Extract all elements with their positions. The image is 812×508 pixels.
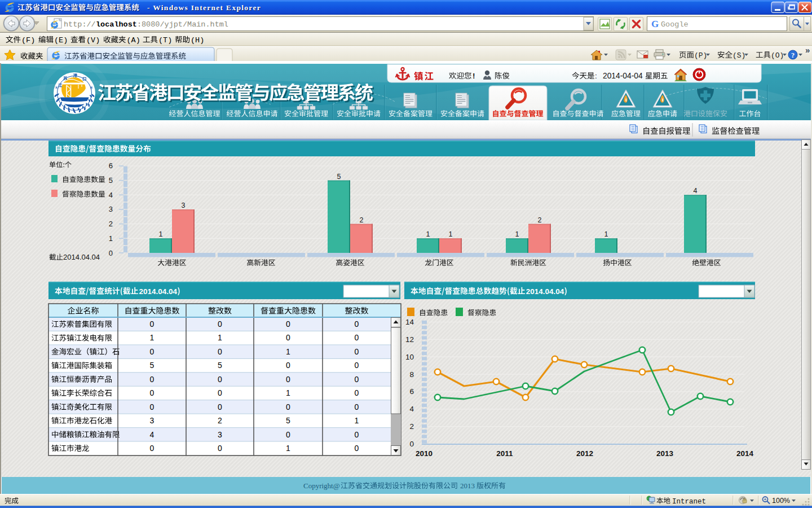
- svg-text:2: 2: [409, 422, 414, 431]
- svg-text:3: 3: [218, 430, 222, 439]
- svg-text:0: 0: [355, 444, 359, 453]
- svg-text:5: 5: [337, 173, 341, 181]
- svg-text:0: 0: [218, 444, 222, 453]
- svg-text:1: 1: [159, 230, 163, 238]
- svg-text:2014-04-04: 2014-04-04: [603, 72, 643, 80]
- svg-text:!: !: [473, 72, 475, 80]
- svg-text:2014.04.04: 2014.04.04: [63, 253, 100, 261]
- svg-text:2: 2: [538, 216, 542, 224]
- svg-text::: :: [595, 72, 597, 80]
- svg-text:1: 1: [286, 444, 290, 453]
- svg-text:(T): (T): [158, 36, 172, 45]
- svg-text:0: 0: [218, 388, 222, 397]
- svg-text:✳: ✳: [55, 85, 59, 90]
- svg-text:0: 0: [218, 319, 222, 329]
- svg-text:0: 0: [286, 375, 290, 384]
- svg-text:2014: 2014: [736, 449, 754, 458]
- svg-text:2014.04.04: 2014.04.04: [526, 287, 564, 296]
- svg-text:1: 1: [449, 230, 453, 238]
- svg-text:2014.04.04: 2014.04.04: [139, 287, 177, 296]
- svg-text:(V): (V): [86, 36, 100, 45]
- svg-text:4: 4: [694, 187, 698, 195]
- svg-text:0: 0: [286, 333, 290, 342]
- svg-text:0: 0: [150, 319, 155, 329]
- svg-text:(A): (A): [127, 36, 140, 45]
- svg-text:2010: 2010: [416, 449, 433, 458]
- svg-text:1: 1: [286, 388, 290, 397]
- svg-text:0: 0: [150, 347, 155, 356]
- svg-text:5: 5: [218, 361, 222, 370]
- svg-text:5: 5: [150, 361, 155, 370]
- svg-text:12: 12: [405, 335, 414, 344]
- svg-text:Intranet: Intranet: [672, 498, 706, 506]
- svg-text:0: 0: [218, 347, 222, 356]
- svg-text:5: 5: [109, 176, 113, 185]
- svg-text:(P): (P): [694, 51, 707, 60]
- svg-text:6: 6: [109, 161, 113, 170]
- svg-text:0: 0: [355, 333, 359, 342]
- svg-text:0: 0: [355, 402, 359, 411]
- svg-text:0: 0: [355, 319, 359, 329]
- svg-text:0: 0: [286, 430, 290, 439]
- svg-text:0: 0: [355, 361, 359, 370]
- svg-text:0: 0: [286, 361, 290, 370]
- svg-text:G: G: [651, 19, 659, 29]
- svg-text:5: 5: [286, 416, 290, 425]
- svg-text:Copyright@: Copyright@: [303, 481, 340, 490]
- svg-text:0: 0: [218, 402, 222, 411]
- svg-text:(F): (F): [21, 36, 35, 45]
- svg-text:1: 1: [355, 416, 359, 425]
- svg-text:✳: ✳: [90, 85, 94, 90]
- svg-text:0: 0: [150, 402, 155, 411]
- svg-text:3: 3: [109, 205, 113, 213]
- svg-text:1: 1: [218, 333, 222, 342]
- svg-text:2013: 2013: [656, 449, 674, 458]
- svg-text:0: 0: [355, 347, 359, 356]
- svg-text:1: 1: [150, 333, 155, 342]
- svg-text:0: 0: [109, 249, 113, 257]
- svg-text:localhost:8080/yjpt/Main.html: localhost:8080/yjpt/Main.html: [96, 20, 228, 29]
- svg-text:2013: 2013: [460, 481, 475, 490]
- svg-text:4: 4: [150, 430, 155, 439]
- svg-text:0: 0: [150, 388, 155, 397]
- svg-text:(S): (S): [732, 51, 745, 60]
- svg-text:8: 8: [409, 370, 414, 379]
- svg-text:2: 2: [360, 216, 364, 224]
- svg-text:2012: 2012: [576, 449, 593, 458]
- svg-text:0: 0: [355, 430, 359, 439]
- svg-text:6: 6: [409, 387, 414, 396]
- svg-text:(O): (O): [771, 51, 784, 60]
- svg-text:14: 14: [405, 318, 414, 326]
- svg-text:0: 0: [286, 319, 290, 329]
- svg-text:(H): (H): [191, 36, 204, 45]
- svg-text:4: 4: [409, 405, 414, 413]
- svg-text:2: 2: [109, 220, 113, 228]
- svg-text:- Windows Internet Explorer: - Windows Internet Explorer: [147, 3, 261, 12]
- svg-text:1: 1: [109, 234, 113, 243]
- svg-text:0: 0: [355, 388, 359, 397]
- svg-text:0: 0: [150, 375, 155, 384]
- svg-text:2: 2: [218, 416, 222, 425]
- svg-text:3: 3: [150, 416, 155, 425]
- svg-text:0: 0: [409, 440, 414, 448]
- svg-text:http://: http://: [64, 20, 96, 29]
- svg-text:100%: 100%: [772, 497, 790, 505]
- svg-text:2011: 2011: [496, 449, 513, 458]
- svg-text:1: 1: [515, 230, 519, 238]
- svg-text:4: 4: [109, 191, 113, 199]
- svg-text:»: »: [805, 45, 810, 55]
- svg-text:0: 0: [150, 444, 155, 453]
- svg-text:0: 0: [218, 375, 222, 384]
- svg-text:0: 0: [286, 402, 290, 411]
- svg-text:1: 1: [426, 230, 430, 238]
- svg-text:1: 1: [286, 347, 290, 356]
- svg-text:?: ?: [791, 51, 795, 59]
- svg-text:1: 1: [604, 230, 608, 238]
- svg-text:3: 3: [182, 202, 186, 209]
- svg-text:Google: Google: [661, 20, 689, 29]
- svg-text:(E): (E): [54, 36, 68, 45]
- svg-text:10: 10: [405, 353, 414, 361]
- svg-text:0: 0: [355, 375, 359, 384]
